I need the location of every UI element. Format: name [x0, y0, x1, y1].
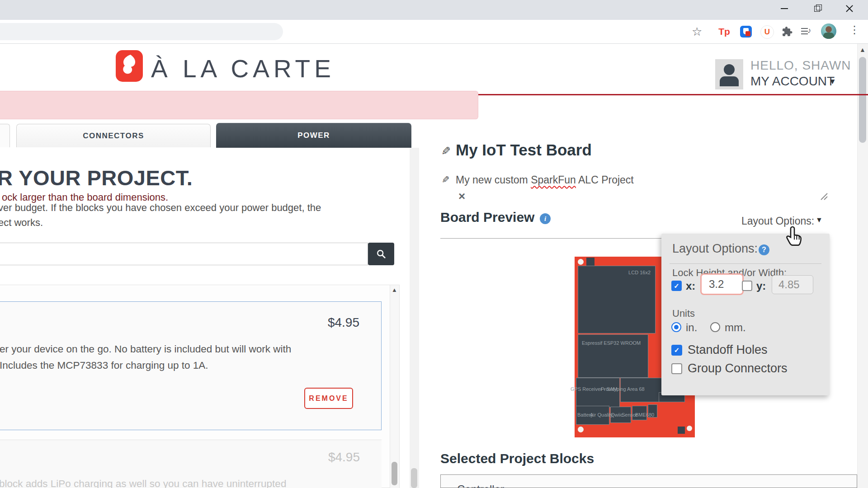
block-label: Air Quality	[590, 412, 613, 418]
subtitle-spellcheck-word: SparkFun	[531, 174, 576, 186]
selected-blocks-box: Controller	[440, 474, 857, 488]
unit-inches-label: in.	[686, 321, 697, 334]
unit-mm-radio[interactable]	[710, 322, 720, 332]
search-icon	[376, 249, 386, 259]
account-greeting: HELLO, SHAWN	[750, 58, 851, 73]
page-scrollbar-thumb[interactable]	[859, 57, 866, 143]
page-description-line2: ect works.	[0, 217, 43, 229]
bookmark-star-icon[interactable]: ☆	[692, 25, 702, 39]
block-label-proto: Prototyping Area 68	[601, 386, 645, 392]
block-description-line1: er your device on the go. No battery is …	[0, 343, 291, 355]
extension-shield-icon[interactable]	[740, 25, 752, 38]
edit-subtitle-pencil-icon[interactable]: ✎	[442, 174, 450, 185]
tab-connectors[interactable]: CONNECTORS	[16, 124, 211, 147]
block-gps[interactable]	[576, 378, 620, 408]
block-label: LCD 16x2	[628, 270, 651, 275]
tab-partial[interactable]	[0, 124, 10, 147]
extension-u-icon[interactable]: U	[760, 25, 774, 39]
search-button[interactable]	[368, 243, 394, 265]
browser-profile-avatar[interactable]	[821, 23, 836, 39]
unit-inches-radio[interactable]	[671, 322, 681, 332]
window-restore-button[interactable]	[807, 0, 827, 17]
x-label: x:	[686, 280, 695, 292]
music-note-icon: ♪	[807, 26, 811, 35]
help-icon[interactable]: ?	[759, 244, 769, 255]
block-card-selected: $4.95 er your device on the go. No batte…	[0, 301, 382, 430]
unit-mm-label: mm.	[725, 321, 746, 334]
playlist-icon[interactable]: ♪	[801, 25, 814, 38]
selected-blocks-heading: Selected Project Blocks	[440, 451, 594, 466]
mouse-cursor-hand-icon	[786, 225, 804, 253]
extensions-puzzle-icon[interactable]	[781, 25, 794, 38]
standoff-hole	[578, 259, 584, 265]
subtitle-text: My new custom	[456, 174, 531, 186]
window-close-button[interactable]	[839, 0, 860, 17]
page-scroll-up-icon[interactable]: ▲	[859, 46, 866, 53]
account-avatar[interactable]	[715, 59, 743, 89]
panel-scrollbar[interactable]	[410, 148, 419, 488]
board-subtitle[interactable]: My new custom SparkFun ALC Project	[456, 174, 634, 186]
y-dimension-input[interactable]	[772, 275, 813, 294]
layout-options-popup: Layout Options: ? Lock Height and/or Wid…	[661, 234, 830, 395]
group-connectors-checkbox[interactable]	[671, 363, 682, 374]
popup-title: Layout Options:	[672, 242, 758, 256]
account-caret-down-icon[interactable]: ▼	[829, 77, 836, 86]
lock-y-checkbox[interactable]	[742, 281, 752, 291]
block-label: Espressif ESP32 WROOM	[582, 340, 641, 346]
layout-options-caret-down-icon[interactable]: ▼	[816, 216, 823, 224]
block-price: $4.95	[328, 450, 360, 465]
page-description-line1: ver budget. If the blocks you have chose…	[0, 202, 321, 214]
group-connectors-label: Group Connectors	[688, 361, 788, 375]
screen: ☆ Tp U ♪ ⋮ À LA CARTE HELLO, SHAWN MY AC…	[0, 0, 868, 488]
resize-grip-icon[interactable]	[818, 191, 828, 202]
page-title: R YOUR PROJECT.	[0, 165, 193, 190]
board-corner-block	[586, 258, 594, 266]
alert-close-icon[interactable]: ×	[458, 189, 465, 203]
lock-x-checkbox[interactable]: ✓	[671, 281, 682, 291]
x-dimension-input[interactable]	[700, 273, 744, 295]
browser-tab-strip	[0, 0, 868, 20]
alert-message: ock larger than the board dimensions.	[2, 192, 168, 203]
list-scrollbar-thumb[interactable]	[392, 462, 397, 485]
block-lcd[interactable]: LCD 16x2	[578, 266, 656, 333]
list-scrollbar[interactable]	[390, 285, 399, 488]
block-description-line1: block adds LiPo charging as well so you …	[0, 478, 286, 488]
subtitle-text: ALC Project	[576, 174, 634, 186]
tab-power[interactable]: POWER	[216, 123, 411, 148]
window-minimize-button[interactable]	[774, 0, 795, 17]
y-label: y:	[756, 280, 766, 292]
block-esp32[interactable]: Espressif ESP32 WROOM	[578, 334, 648, 378]
my-account-menu[interactable]: MY ACCOUNT	[750, 74, 835, 89]
board-corner-block	[678, 427, 685, 434]
brand-title: À LA CARTE	[151, 54, 335, 83]
extension-tp-icon[interactable]: Tp	[718, 25, 731, 38]
board-title[interactable]: My IoT Test Board	[456, 141, 592, 159]
list-scroll-up-icon[interactable]: ▲	[392, 286, 397, 293]
address-bar[interactable]	[0, 23, 283, 40]
panel-scrollbar-thumb[interactable]	[411, 468, 417, 488]
edit-title-pencil-icon[interactable]: ✎	[441, 145, 451, 158]
standoff-hole	[578, 427, 584, 432]
units-label: Units	[672, 308, 695, 319]
block-label: Qwiic	[611, 412, 623, 418]
block-card: $4.95 block adds LiPo charging as well s…	[0, 440, 382, 488]
standoff-hole	[687, 426, 692, 431]
block-description-line2: Includes the MCP73833 for charging up to…	[0, 360, 208, 371]
remove-button[interactable]: REMOVE	[304, 388, 353, 409]
sparkfun-flame-logo[interactable]	[116, 50, 143, 82]
standoff-holes-checkbox[interactable]: ✓	[671, 345, 682, 356]
selected-block-category: Controller	[457, 483, 504, 488]
popup-divider	[670, 263, 821, 264]
browser-menu-icon[interactable]: ⋮	[849, 23, 860, 36]
board-preview-heading: Board Preview	[440, 210, 534, 225]
block-label: BME680	[635, 412, 654, 418]
alert-banner: ock larger than the board dimensions. ×	[0, 91, 478, 119]
info-icon[interactable]: i	[540, 213, 551, 224]
block-search-input[interactable]	[0, 243, 368, 265]
standoff-holes-label: Standoff Holes	[688, 343, 768, 357]
preview-divider	[440, 238, 675, 239]
block-price: $4.95	[328, 315, 359, 330]
